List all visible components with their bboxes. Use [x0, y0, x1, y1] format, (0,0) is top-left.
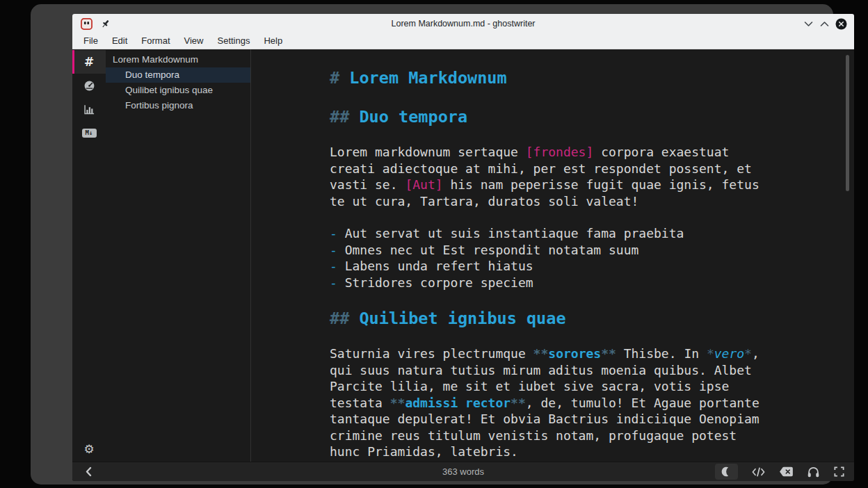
h1-text: Lorem Markdownum	[349, 68, 506, 88]
menu-file[interactable]: File	[77, 33, 105, 49]
list-text: Labens unda refert hiatus	[337, 259, 533, 273]
h2-marker: ##	[330, 309, 359, 328]
titlebar: Lorem Markdownum.md - ghostwriter	[72, 14, 854, 33]
ghostwriter-app-icon[interactable]	[81, 18, 93, 30]
minimize-icon[interactable]	[803, 19, 813, 28]
heading-2: ## Duo tempora	[330, 106, 762, 127]
gear-icon: ⚙	[83, 444, 94, 455]
outline-item-selected[interactable]: Duo tempora	[106, 67, 250, 83]
text-segment: Thisbe. In	[616, 346, 707, 361]
pin-keep-above-icon[interactable]	[100, 19, 111, 29]
bold-marker: **	[601, 346, 616, 361]
menu-help[interactable]: Help	[257, 33, 289, 49]
headphones-icon	[807, 466, 820, 478]
list-dash: -	[330, 275, 337, 290]
bold-text: admissi rector	[405, 396, 511, 410]
paragraph-2: Saturnia vires plectrumque **sorores** T…	[330, 345, 762, 460]
bold-marker: **	[390, 396, 405, 410]
bold-text: sorores	[548, 346, 601, 361]
heading-1: # Lorem Markdownum	[330, 67, 762, 88]
list-text: Omnes nec ut Est respondit notatam suum	[337, 243, 638, 257]
close-icon[interactable]	[835, 18, 847, 30]
document-stats-tab[interactable]	[72, 97, 106, 121]
link-reference: [Aut]	[405, 177, 442, 192]
moon-icon	[721, 466, 732, 478]
cheat-sheet-tab[interactable]: M↓	[72, 121, 106, 145]
html-preview-toggle[interactable]	[751, 466, 766, 478]
bullet-list: - Aut servat ut suis instantiaque fama p…	[330, 225, 762, 291]
list-dash: -	[330, 259, 337, 273]
italic-marker: *	[744, 346, 752, 361]
statusbar: 363 words	[72, 462, 854, 481]
list-text: Stridores corpore speciem	[337, 275, 533, 290]
bar-chart-icon	[83, 104, 95, 115]
fullscreen-toggle[interactable]	[833, 466, 845, 478]
h1-marker: #	[330, 68, 349, 88]
hide-sidebar-button[interactable]	[85, 466, 93, 477]
window-frame: Lorem Markdownum.md - ghostwriter File	[31, 4, 833, 485]
bold-marker: **	[511, 396, 526, 410]
h2-text: Duo tempora	[359, 107, 467, 127]
window-title: Lorem Markdownum.md - ghostwriter	[72, 19, 854, 29]
menu-view[interactable]: View	[177, 33, 211, 49]
markdown-icon: M↓	[82, 129, 97, 138]
gauge-icon	[83, 80, 95, 92]
italic-text: vero	[714, 346, 744, 361]
list-dash: -	[330, 243, 337, 257]
fullscreen-icon	[833, 466, 845, 478]
editor-scrollbar[interactable]	[846, 55, 849, 191]
list-item: - Aut servat ut suis instantiaque fama p…	[330, 225, 762, 242]
settings-button[interactable]: ⚙	[72, 437, 106, 462]
text-segment: Lorem markdownum sertaque	[330, 145, 526, 159]
outline-panel: Lorem Markdownum Duo tempora Quilibet ig…	[106, 49, 250, 462]
bold-marker: **	[533, 346, 549, 361]
list-dash: -	[330, 226, 337, 241]
menu-format[interactable]: Format	[134, 33, 177, 49]
text-segment: Saturnia vires plectrumque	[330, 346, 533, 361]
h2-marker: ##	[330, 107, 359, 127]
sidebar-tab-strip: #	[72, 49, 106, 462]
italic-marker: *	[707, 346, 714, 361]
window-controls	[803, 18, 847, 30]
paragraph-1: Lorem markdownum sertaque [frondes] corp…	[330, 144, 762, 209]
list-item: - Omnes nec ut Est respondit notatam suu…	[330, 242, 762, 259]
link-reference: [frondes]	[526, 145, 594, 159]
outline-tab[interactable]: #	[72, 50, 106, 74]
list-text: Aut servat ut suis instantiaque fama pra…	[337, 226, 684, 241]
session-stats-tab[interactable]	[72, 74, 106, 97]
hashtag-icon: #	[84, 55, 94, 69]
outline-item[interactable]: Quilibet ignibus quae	[106, 83, 250, 98]
maximize-icon[interactable]	[819, 19, 829, 28]
menubar: File Edit Format View Settings Help	[72, 33, 854, 49]
window-body: #	[72, 49, 854, 462]
list-item: - Labens unda refert hiatus	[330, 258, 762, 275]
backspace-icon	[779, 466, 794, 477]
code-icon	[751, 466, 766, 478]
markdown-document[interactable]: # Lorem Markdownum ## Duo tempora Lorem …	[330, 67, 762, 460]
chevron-left-icon	[85, 466, 93, 477]
h2-text: Quilibet ignibus quae	[359, 309, 565, 328]
menu-edit[interactable]: Edit	[105, 33, 134, 49]
list-item: - Stridores corpore speciem	[330, 275, 762, 291]
focus-mode-toggle[interactable]	[807, 466, 820, 478]
dark-mode-toggle[interactable]	[715, 464, 738, 480]
menu-settings[interactable]: Settings	[210, 33, 257, 49]
editor-area[interactable]: # Lorem Markdownum ## Duo tempora Lorem …	[250, 49, 854, 462]
heading-3: ## Quilibet ignibus quae	[330, 308, 762, 329]
hemingway-mode-toggle[interactable]	[779, 466, 794, 477]
ghostwriter-window: Lorem Markdownum.md - ghostwriter File	[72, 14, 854, 481]
outline-item[interactable]: Lorem Markdownum	[106, 52, 250, 67]
outline-item[interactable]: Fortibus pignora	[106, 98, 250, 113]
